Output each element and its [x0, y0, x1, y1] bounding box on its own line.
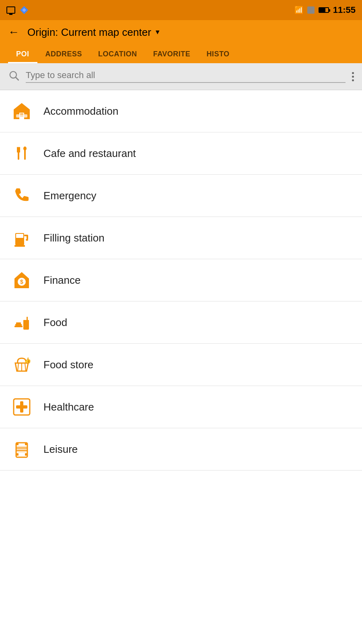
svg-point-12 [23, 147, 27, 151]
svg-rect-22 [14, 326, 23, 327]
svg-rect-25 [23, 321, 29, 330]
accommodation-icon [10, 99, 34, 123]
svg-rect-42 [16, 450, 27, 451]
food-icon [10, 310, 34, 334]
header-title: Origin: Current map center ▼ [27, 26, 161, 39]
poi-item-filling-station[interactable]: Filling station [0, 217, 362, 259]
leisure-label: Leisure [43, 443, 78, 456]
screen-icon [6, 6, 15, 14]
status-bar: 📶 11:55 [0, 0, 362, 20]
emergency-label: Emergency [43, 190, 97, 202]
svg-rect-27 [27, 317, 28, 322]
svg-rect-17 [26, 239, 28, 241]
tab-bar: POI ADDRESS LOCATION FAVORITE HISTO [8, 45, 354, 63]
svg-rect-18 [14, 245, 25, 247]
tab-location[interactable]: LOCATION [90, 45, 145, 63]
svg-rect-37 [16, 443, 19, 445]
food-label: Food [43, 316, 67, 329]
search-input[interactable] [26, 70, 346, 83]
finance-label: Finance [43, 274, 81, 287]
poi-list: Accommodation Cafe and restaurant Emerge… [0, 90, 362, 471]
svg-rect-24 [16, 322, 21, 324]
poi-item-accommodation[interactable]: Accommodation [0, 90, 362, 132]
svg-rect-40 [25, 453, 27, 456]
svg-line-3 [16, 77, 18, 80]
svg-text:👍: 👍 [24, 357, 31, 364]
svg-rect-41 [16, 448, 27, 448]
food-store-icon: 👍 [10, 353, 34, 377]
poi-item-cafe[interactable]: Cafe and restaurant [0, 132, 362, 175]
tab-poi[interactable]: POI [8, 45, 37, 63]
header: ← Origin: Current map center ▼ POI ADDRE… [0, 20, 362, 63]
poi-item-healthcare[interactable]: Healthcare [0, 386, 362, 428]
more-options-icon[interactable] [352, 72, 354, 81]
svg-rect-36 [16, 446, 27, 452]
sim-icon [307, 6, 315, 14]
healthcare-label: Healthcare [43, 401, 94, 413]
emergency-icon [10, 184, 34, 208]
svg-text:$: $ [20, 279, 23, 285]
finance-icon: $ [10, 268, 34, 292]
tab-history[interactable]: HISTO [198, 45, 237, 63]
filling-station-icon [10, 226, 34, 250]
wifi-icon: 📶 [294, 6, 303, 14]
svg-rect-7 [16, 114, 27, 118]
accommodation-label: Accommodation [43, 105, 118, 118]
header-top: ← Origin: Current map center ▼ [8, 26, 354, 39]
search-bar [0, 63, 362, 90]
svg-line-28 [18, 363, 19, 371]
search-icon [8, 70, 19, 83]
diamond-icon [19, 5, 29, 15]
cafe-label: Cafe and restaurant [43, 147, 136, 160]
leisure-icon [10, 437, 34, 461]
dropdown-arrow-icon[interactable]: ▼ [154, 29, 161, 36]
battery-icon [319, 7, 329, 13]
svg-rect-38 [25, 443, 27, 445]
svg-rect-26 [23, 320, 29, 322]
status-bar-left [6, 5, 29, 15]
food-store-label: Food store [43, 359, 93, 371]
poi-item-leisure[interactable]: Leisure [0, 428, 362, 471]
back-button[interactable]: ← [8, 26, 19, 39]
svg-rect-16 [27, 235, 28, 239]
svg-rect-9 [17, 147, 18, 153]
poi-item-food[interactable]: Food [0, 301, 362, 344]
svg-rect-14 [16, 234, 23, 238]
svg-rect-39 [16, 453, 19, 456]
tab-favorite[interactable]: FAVORITE [145, 45, 199, 63]
filling-station-label: Filling station [43, 232, 105, 244]
svg-rect-34 [16, 405, 27, 409]
poi-item-emergency[interactable]: Emergency [0, 175, 362, 217]
cafe-icon [10, 141, 34, 165]
svg-rect-23 [15, 324, 22, 326]
status-bar-right: 📶 11:55 [294, 5, 356, 15]
tab-address[interactable]: ADDRESS [37, 45, 90, 63]
poi-item-finance[interactable]: $ Finance [0, 259, 362, 301]
svg-rect-8 [18, 147, 19, 160]
healthcare-icon [10, 395, 34, 419]
svg-line-30 [25, 363, 26, 371]
poi-item-food-store[interactable]: 👍 Food store [0, 344, 362, 386]
svg-rect-10 [19, 147, 20, 153]
time-display: 11:55 [333, 5, 356, 15]
